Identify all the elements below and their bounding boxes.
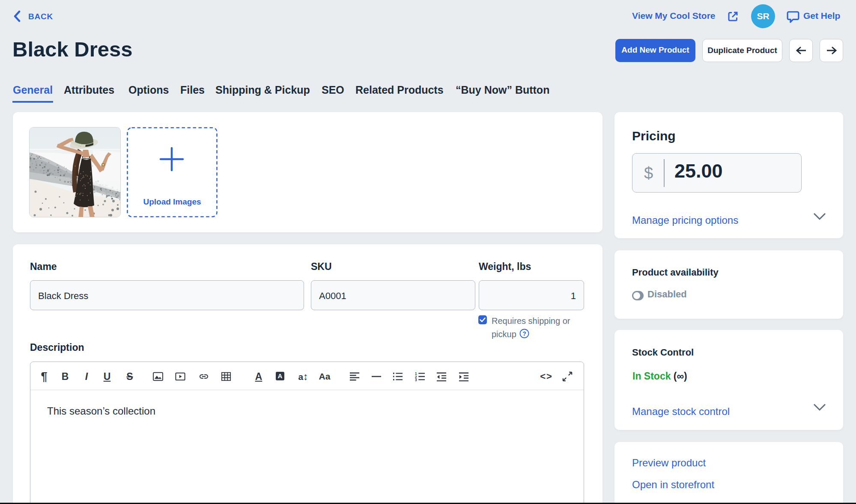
svg-text:3: 3	[415, 378, 417, 382]
svg-text:?: ?	[522, 330, 526, 337]
